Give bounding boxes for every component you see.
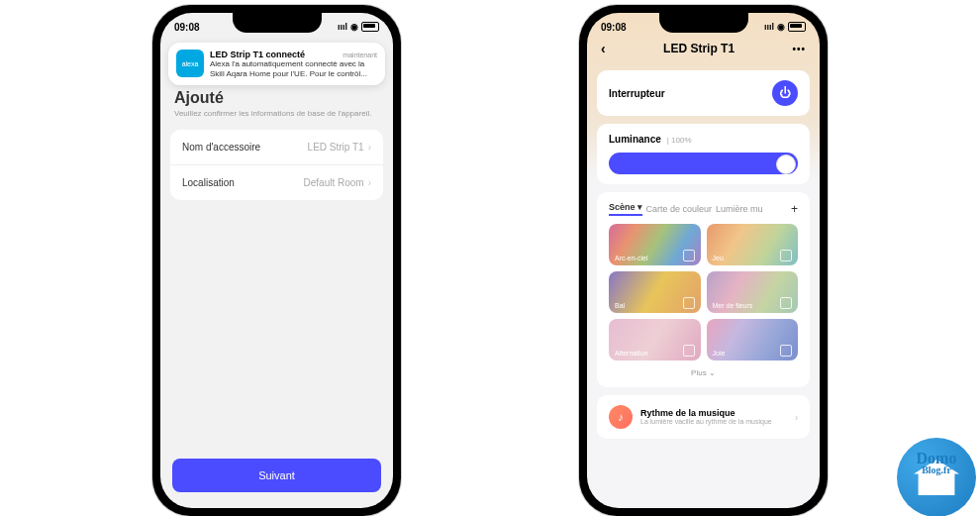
accessory-name-label: Nom d'accessoire [182, 142, 260, 153]
copy-icon [683, 297, 695, 309]
back-button[interactable]: ‹ [601, 41, 606, 56]
music-rhythm-sub: La lumière vacille au rythme de la musiq… [640, 418, 787, 426]
tab-music[interactable]: Lumière mu [716, 204, 763, 214]
add-tab-button[interactable]: + [791, 202, 798, 216]
copy-icon [683, 345, 695, 357]
scene-grid: Arc-en-ciel Jeu Bal Mer de fleurs Altern… [609, 224, 798, 361]
screen-right: 09:08 ıııl ◉ ‹ LED Strip T1 ••• Interrup… [587, 13, 820, 508]
scene-jeu[interactable]: Jeu [707, 224, 799, 265]
scene-arc-en-ciel[interactable]: Arc-en-ciel [609, 224, 701, 265]
more-scenes-button[interactable]: Plus ⌄ [609, 368, 798, 377]
slider-thumb[interactable] [776, 155, 796, 174]
luminance-card: Luminance | 100% [597, 124, 810, 184]
more-button[interactable]: ••• [792, 44, 806, 54]
luminance-slider[interactable] [609, 153, 798, 174]
notification-title: LED Strip T1 connecté [210, 50, 305, 59]
device-title: LED Strip T1 [663, 42, 735, 55]
logo-line2: Blog.fr [917, 465, 957, 474]
accessory-name-row[interactable]: Nom d'accessoire LED Strip T1 › [170, 130, 383, 165]
chevron-down-icon: ▾ [637, 202, 642, 212]
scene-bal[interactable]: Bal [609, 271, 701, 313]
status-time: 09:08 [601, 22, 627, 33]
domo-blog-logo: Domo Blog.fr [897, 438, 976, 516]
power-button[interactable]: ⏻ [772, 80, 798, 106]
signal-icon: ıııl [764, 22, 774, 32]
notification-time: maintenant [343, 52, 377, 58]
music-rhythm-title: Rythme de la musique [640, 408, 787, 418]
wifi-icon: ◉ [777, 22, 785, 32]
tab-scene[interactable]: Scène▾ [609, 202, 642, 216]
copy-icon [780, 250, 792, 261]
device-info-card: Nom d'accessoire LED Strip T1 › Localisa… [170, 130, 383, 200]
location-row[interactable]: Localisation Default Room › [170, 165, 383, 200]
page-subtitle: Veuillez confirmer les informations de b… [160, 109, 393, 118]
status-icons: ıııl ◉ [338, 22, 379, 32]
location-value: Default Room [304, 177, 364, 188]
status-time: 09:08 [174, 22, 200, 33]
scenes-card: Scène▾ Carte de couleur Lumière mu + Arc… [597, 192, 810, 387]
chevron-right-icon: › [368, 177, 371, 188]
music-rhythm-card[interactable]: ♪ Rythme de la musique La lumière vacill… [597, 395, 810, 439]
luminance-value: | 100% [667, 136, 692, 145]
notch [233, 13, 322, 33]
battery-icon [788, 22, 806, 32]
alexa-icon: alexa [176, 50, 204, 77]
switch-label: Interrupteur [609, 88, 665, 99]
phone-left: 09:08 ıııl ◉ alexa LED Strip T1 connecté… [152, 5, 401, 516]
switch-card: Interrupteur ⏻ [597, 70, 810, 116]
tab-colorcard[interactable]: Carte de couleur [646, 204, 713, 214]
next-button[interactable]: Suivant [172, 459, 381, 492]
battery-icon [361, 22, 379, 32]
copy-icon [780, 345, 792, 357]
location-label: Localisation [182, 177, 235, 188]
signal-icon: ıııl [338, 22, 347, 32]
notification-text: Alexa l'a automatiquement connecté avec … [210, 59, 377, 78]
page-title: Ajouté [160, 89, 393, 107]
phone-right: 09:08 ıııl ◉ ‹ LED Strip T1 ••• Interrup… [579, 5, 828, 516]
chevron-right-icon: › [368, 142, 371, 153]
status-icons: ıııl ◉ [764, 22, 806, 32]
scene-alternation[interactable]: Alternation [609, 319, 701, 361]
scene-joie[interactable]: Joie [707, 319, 799, 361]
copy-icon [683, 250, 695, 261]
screen-left: 09:08 ıııl ◉ alexa LED Strip T1 connecté… [160, 13, 393, 508]
scene-mer-de-fleurs[interactable]: Mer de fleurs [707, 271, 799, 313]
wifi-icon: ◉ [350, 22, 358, 32]
notch [659, 13, 748, 33]
music-note-icon: ♪ [609, 405, 633, 429]
notification-body: LED Strip T1 connecté maintenant Alexa l… [210, 50, 377, 78]
accessory-name-value: LED Strip T1 [308, 142, 364, 153]
copy-icon [780, 297, 792, 309]
alexa-notification[interactable]: alexa LED Strip T1 connecté maintenant A… [168, 43, 385, 85]
chevron-right-icon: › [795, 412, 798, 423]
luminance-label: Luminance [609, 134, 661, 145]
